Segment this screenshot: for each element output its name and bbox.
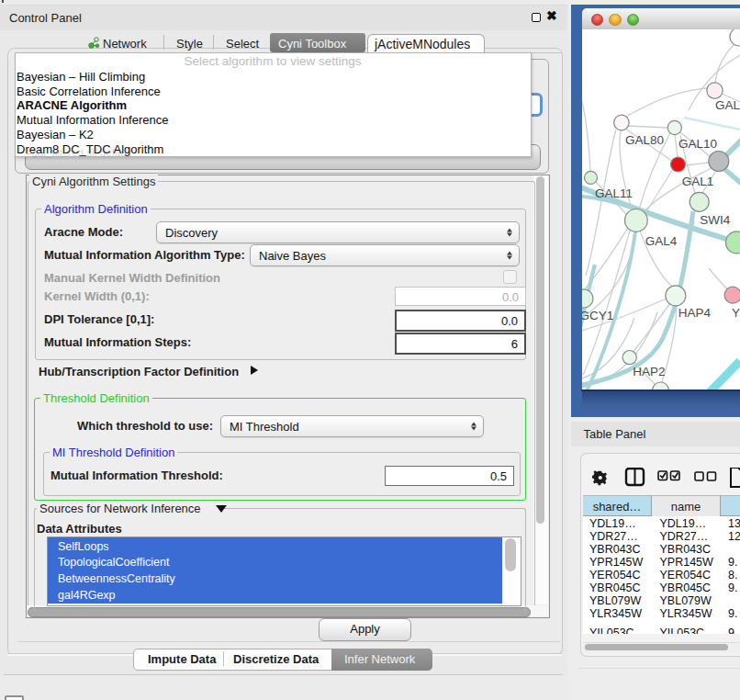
svg-text:SWI4: SWI4 (700, 213, 730, 227)
svg-text:GAL10: GAL10 (678, 137, 717, 151)
svg-text:HAP2: HAP2 (633, 365, 665, 378)
svg-text:GAL11: GAL11 (595, 186, 633, 200)
svg-text:GAL2: GAL2 (715, 98, 740, 112)
svg-text:GAL1: GAL1 (682, 175, 714, 188)
svg-text:GAL4: GAL4 (645, 234, 678, 248)
svg-text:YJL: YJL (732, 306, 740, 320)
svg-text:GAL80: GAL80 (625, 133, 664, 147)
svg-text:HAP4: HAP4 (678, 306, 712, 320)
svg-text:GCY1: GCY1 (582, 309, 613, 322)
